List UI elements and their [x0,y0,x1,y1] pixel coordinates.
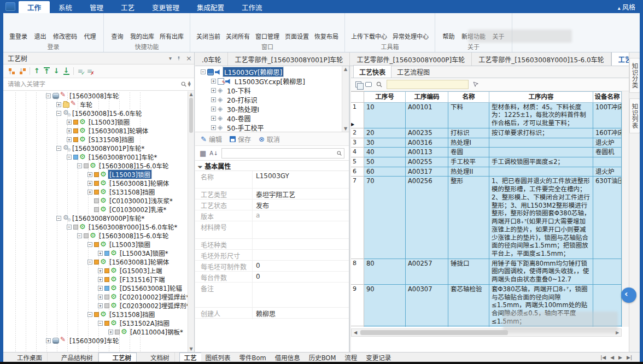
cell-process-code[interactable]: A00255 [406,157,448,167]
detail-tab[interactable]: 零件Bom [235,353,271,362]
tree-item[interactable]: − [S131502A]挡圈 [3,319,188,327]
expand-toggle-icon[interactable]: − [46,93,51,98]
collapse-panel-float-button[interactable] [621,287,636,303]
cell-process-content[interactable]: 按订单要求打标识； [489,128,593,138]
cell-process-content[interactable]: 型材条料，材质：45。下料长度为：1225±1，每批次的料首件制作合格后，才可以… [489,103,593,128]
tree-item[interactable]: [C01030001]浅灰浆* [3,196,188,205]
scroll-up-icon[interactable]: ▲ [188,92,194,97]
property-row[interactable]: 备注 [195,283,349,308]
cell-process-code[interactable]: A00318 [406,326,448,327]
cell-process-no[interactable]: 20 [364,128,406,138]
cell-process-name[interactable]: 整形 [448,177,489,259]
chevron-down-icon[interactable] [169,55,172,61]
expand-toggle-icon[interactable]: − [56,216,61,221]
route-tree-item[interactable]: + 30-热处理I [195,104,342,114]
ribbon-button[interactable]: 代理 [80,15,100,42]
cell-process-name[interactable]: 锤拢口 [448,259,489,285]
table-row[interactable]: 4 40 A00113 卷圆 卷圆机 [351,148,622,157]
tree-item[interactable]: − [15603008]15-6.0车轮 [3,231,188,240]
cell-process-content[interactable]: 用锤子每下距离80mm均匀锤打锁圈内圆调校，使得两端头收拢，，使两端头自由状态重… [489,259,593,285]
scroll-thumb[interactable] [360,330,508,335]
cell-process-no[interactable]: 80 [364,259,406,285]
cancel-button[interactable]: 取消 [259,134,280,144]
row-number-cell[interactable]: 1 [351,103,364,128]
ribbon-button[interactable]: 修改密码 [50,15,80,42]
expand-toggle-icon[interactable]: − [87,242,92,247]
cell-equipment[interactable]: 100T冲床 [593,103,622,128]
property-row[interactable]: 版本 a [195,210,349,221]
cell-process-name[interactable]: 热处理I [448,138,489,148]
cell-process-no[interactable]: 60 [364,167,406,177]
expand-toggle-icon[interactable]: + [67,120,72,125]
previous-record-icon[interactable] [610,355,614,360]
detail-tab[interactable]: 图纸列表 [201,353,235,362]
expand-toggle-icon[interactable]: + [87,190,92,195]
tree-item[interactable]: + [L15003]锁圈 [3,170,188,179]
cell-process-name[interactable]: 热处理III [448,326,489,327]
route-tree-item[interactable]: + 10-下料 [195,86,342,95]
ribbon-button[interactable]: 我的出库 [127,15,157,42]
save-button[interactable]: 保存 [230,134,251,144]
tree-item[interactable]: + [S131508]挡圈 [3,187,188,196]
tree-item[interactable]: + [S131508]挡圈 [3,135,188,144]
cell-process-no[interactable]: 30 [364,138,406,148]
expand-toggle-icon[interactable]: + [211,79,216,84]
cell-process-content[interactable]: 1、把已卷圆并退火的工件放进整形模的整形槽，工件要完全在槽内；2、整形模上、下模… [489,177,593,259]
expand-toggle-icon[interactable]: + [67,137,72,142]
tree-search-input[interactable] [8,80,180,88]
expand-toggle-icon[interactable]: − [56,111,61,116]
detail-tab[interactable]: 借用信息 [271,353,305,362]
detail-tab[interactable]: 流程 [340,353,361,362]
menu-tab[interactable]: 集成配置 [188,0,233,13]
cell-process-content[interactable] [489,167,593,177]
row-number-cell[interactable]: 8 [351,259,364,285]
ribbon-button[interactable]: 所有出库 [157,15,186,42]
scroll-down-icon[interactable]: ▼ [342,126,349,131]
cell-process-code[interactable]: A00307 [406,285,448,327]
edit-button[interactable]: 编辑 [201,134,222,144]
filter-flag-icon[interactable] [472,81,480,88]
property-row[interactable]: 每毛坯可制件数 0 [195,261,349,272]
row-number-cell[interactable]: 2 [351,128,364,138]
cell-process-code[interactable]: A00113 [406,148,448,157]
category-view-icon[interactable] [200,149,206,157]
property-row[interactable]: 每台件数 0 [195,272,349,283]
table-row[interactable]: 3 30 A00316 热处理I 退火炉 [351,138,622,148]
ribbon-collapse-style-button[interactable]: 风格 [610,0,643,13]
last-record-icon[interactable] [627,355,632,360]
tree-scrollbar[interactable]: ▲ ▼ [188,91,194,352]
column-header[interactable]: 设备名称 [593,91,622,103]
route-tree-item[interactable]: − L15003GY[赖柳思] [195,67,342,77]
table-tab[interactable]: 工艺流程图 [391,66,435,78]
expand-toggle-icon[interactable]: + [98,277,103,282]
first-record-icon[interactable] [600,355,606,360]
scroll-down-icon[interactable]: ▼ [188,347,194,351]
cell-equipment[interactable]: 160T冲床 [593,128,622,138]
move-top-icon[interactable]: ↑ [44,67,50,75]
cell-process-code[interactable]: A00235 [406,128,448,138]
tree-item[interactable]: + [156030081]轮辋体 [3,179,188,187]
cell-process-name[interactable]: 手工校平 [448,157,489,167]
tree-item[interactable]: + [F131516]下端 [3,275,188,284]
expand-toggle-icon[interactable]: + [211,97,216,102]
table-row[interactable]: 1 10 A00101 下料 型材条料，材质：45。下料长度为：1225±1，每… [351,103,622,128]
navigator-tab[interactable]: 文档树 [137,353,175,362]
table-row[interactable]: 2 20 A00235 打标识 按订单要求打标识； 160T冲床 [351,128,622,138]
expand-toggle-icon[interactable]: + [211,88,216,93]
tree-item[interactable]: + [15603009]车轮 [3,336,188,345]
cell-process-no[interactable]: 50 [364,157,406,167]
table-row[interactable]: 7 70 A00256 整形 1、把已卷圆并退火的工件放进整形模的整形槽，工件要… [351,177,622,259]
route-tree-item[interactable]: + L15003GY.cxp[赖柳思] [195,77,342,86]
expand-toggle-icon[interactable]: − [56,146,61,151]
document-tab[interactable]: 工艺零部件_[15603008Y000]15-6.0车轮 [472,52,611,66]
cell-process-no[interactable]: 90 [364,285,406,327]
cell-equipment[interactable]: 卷圆机 [593,148,622,157]
document-tab[interactable]: 工艺零部件_[15603008Y000P]车轮 [350,52,472,66]
tree-item[interactable]: [C01030002]乳液* [3,205,188,214]
tree-item[interactable]: − [15603008Y001P]车轮* [3,144,188,152]
menu-tab[interactable]: 系统 [50,0,81,13]
knowledge-tab[interactable]: 知识分类 [629,58,640,93]
document-tab[interactable]: 工艺零部件_[15603008Y001P]车轮 [228,52,350,66]
expand-tree-icon[interactable] [8,68,15,75]
expand-toggle-icon[interactable]: + [87,172,92,177]
